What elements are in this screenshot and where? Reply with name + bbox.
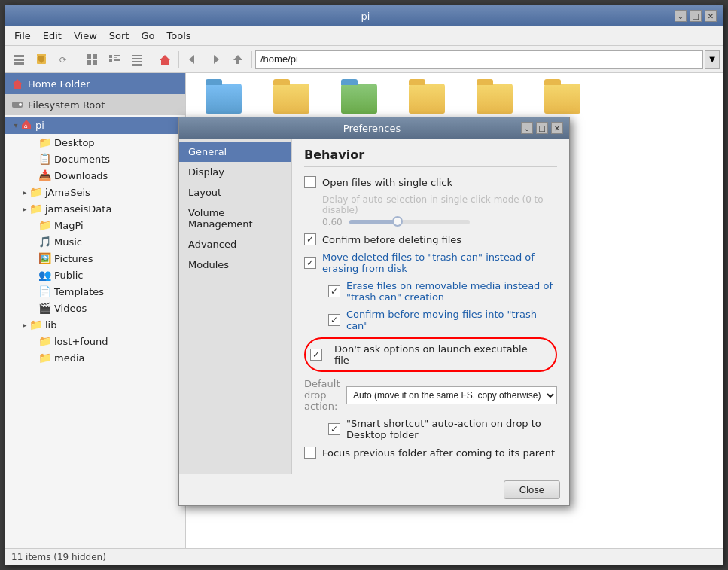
close-button[interactable]: ✕ (705, 10, 717, 22)
toolbar-up-btn[interactable] (227, 49, 248, 70)
tree-item-pi[interactable]: ▾ ⌂ pi (5, 117, 185, 134)
tree-item-jamaseisdata[interactable]: ▸ 📁 jamaseisData (5, 200, 185, 217)
tree-item-videos[interactable]: 🎬 Videos (5, 300, 185, 316)
toolbar-details-view-btn[interactable] (126, 49, 148, 70)
tree-item-documents[interactable]: 📋 Documents (5, 151, 185, 167)
title-bar: pi ⌄ □ ✕ (5, 5, 723, 26)
slider-value: 0.60 (322, 217, 345, 227)
tree-label-media: media (54, 352, 85, 364)
dialog-nav-advanced[interactable]: Advanced (179, 234, 291, 255)
dialog-nav-modules[interactable]: Modules (179, 255, 291, 275)
toolbar-back-btn[interactable] (182, 49, 203, 70)
toolbar-forward-btn[interactable] (205, 49, 226, 70)
checkbox-confirm-delete[interactable] (304, 233, 316, 245)
tree-item-pictures[interactable]: 🖼️ Pictures (5, 250, 185, 267)
dialog-close-button[interactable]: Close (504, 480, 560, 499)
folder-icon-jamaseis: 📁 (29, 186, 42, 198)
sidebar-filesystem-root[interactable]: Filesystem Root (5, 94, 185, 115)
menu-view[interactable]: View (68, 29, 103, 43)
toolbar-compact-view-btn[interactable] (104, 49, 125, 70)
checkbox-dont-ask[interactable] (310, 349, 322, 361)
dialog-close-btn[interactable]: ✕ (551, 122, 563, 134)
checkbox-move-trash[interactable] (304, 257, 316, 269)
dialog-nav-display[interactable]: Display (179, 162, 291, 182)
svg-marker-26 (12, 79, 23, 89)
file-item-2[interactable] (261, 81, 321, 120)
minimise-button[interactable]: ⌄ (675, 10, 687, 22)
menu-sort[interactable]: Sort (103, 29, 136, 43)
label-smart-shortcut: "Smart shortcut" auto-action on drop to … (346, 418, 557, 440)
toolbar-view-btn[interactable] (8, 49, 29, 70)
dialog-nav-volume[interactable]: Volume Management (179, 203, 291, 234)
pref-row-dont-ask: Don't ask options on launch executable f… (304, 337, 557, 372)
menu-edit[interactable]: Edit (37, 29, 68, 43)
checkbox-confirm-trash[interactable] (328, 314, 340, 326)
svg-rect-16 (114, 62, 117, 62)
dialog-nav-layout[interactable]: Layout (179, 182, 291, 203)
dialog-maximise-btn[interactable]: □ (536, 122, 548, 134)
pref-row-smart-shortcut: "Smart shortcut" auto-action on drop to … (328, 418, 557, 440)
file-item-4[interactable] (397, 81, 457, 120)
folder-icon-magpi: 📁 (38, 219, 51, 231)
svg-marker-23 (214, 55, 219, 64)
dialog-content: Behavior Open files with single click De… (292, 139, 569, 474)
dialog-minimise-btn[interactable]: ⌄ (521, 122, 533, 134)
menu-file[interactable]: File (8, 29, 37, 43)
file-item-3[interactable] (329, 81, 389, 120)
checkbox-smart-shortcut[interactable] (328, 423, 340, 435)
toolbar-sep-1 (78, 51, 78, 68)
file-item-6[interactable] (532, 81, 592, 120)
tree-item-lib[interactable]: ▸ 📁 lib (5, 316, 185, 333)
slider-track[interactable] (349, 220, 470, 224)
address-dropdown[interactable]: ▼ (705, 50, 720, 69)
tree-label-public: Public (54, 270, 83, 281)
folder-big-4 (409, 84, 445, 114)
tree-item-music[interactable]: 🎵 Music (5, 233, 185, 250)
sidebar: Home Folder Filesystem Root ▾ ⌂ pi (5, 73, 186, 548)
checkbox-focus-previous[interactable] (304, 447, 316, 459)
tree-item-desktop[interactable]: 📁 Desktop (5, 134, 185, 151)
menu-tools[interactable]: Tools (161, 29, 197, 43)
drop-action-select[interactable]: Auto (move if on the same FS, copy other… (346, 386, 557, 404)
maximise-button[interactable]: □ (690, 10, 702, 22)
svg-rect-0 (14, 55, 24, 57)
pref-row-confirm-delete: Confirm before deleting files (304, 233, 557, 245)
label-confirm-delete: Confirm before deleting files (322, 234, 461, 245)
window-title: pi (56, 11, 675, 22)
tree-item-downloads[interactable]: 📥 Downloads (5, 167, 185, 184)
toolbar-icon-view-btn[interactable] (81, 49, 102, 70)
file-item-5[interactable] (465, 81, 525, 120)
dialog-title: Preferences (223, 123, 521, 134)
address-bar[interactable] (255, 50, 703, 69)
tree-item-public[interactable]: 👥 Public (5, 267, 185, 283)
tree-item-lostfound[interactable]: 📁 lost+found (5, 333, 185, 349)
checkbox-single-click[interactable] (304, 176, 316, 188)
tree-item-templates[interactable]: 📄 Templates (5, 283, 185, 300)
folder-icon-public: 👥 (38, 269, 51, 281)
tree-label-documents: Documents (54, 154, 110, 165)
checkbox-erase-removable[interactable] (328, 285, 340, 297)
tree-label-templates: Templates (54, 286, 104, 297)
tree-arrow-jamaseisdata: ▸ (20, 205, 29, 213)
slider-container: 0.60 (322, 217, 557, 227)
toolbar-home-btn[interactable] (154, 49, 175, 70)
tree-label-magpi: MagPi (54, 220, 84, 231)
tree-label-downloads: Downloads (54, 170, 108, 181)
tree-item-media[interactable]: 📁 media (5, 349, 185, 366)
file-item-1[interactable] (193, 81, 254, 120)
tree-item-magpi[interactable]: 📁 MagPi (5, 217, 185, 233)
folder-icon-documents: 📋 (38, 153, 51, 165)
tree-label-jamaseis: jAmaSeis (45, 187, 90, 198)
toolbar-bookmark-btn[interactable] (31, 49, 52, 70)
slider-fill (349, 220, 398, 224)
tree-item-jamaseis[interactable]: ▸ 📁 jAmaSeis (5, 184, 185, 200)
toolbar-sep-3 (178, 51, 179, 68)
svg-rect-12 (109, 59, 112, 62)
slider-thumb[interactable] (392, 216, 403, 227)
tree-label-videos: Videos (54, 303, 87, 314)
toolbar-refresh-btn[interactable]: ⟳ (53, 49, 75, 70)
pref-row-move-trash: Move deleted files to "trash can" instea… (304, 251, 557, 274)
dialog-nav-general[interactable]: General (179, 142, 291, 162)
menu-go[interactable]: Go (135, 29, 160, 43)
sidebar-home-folder[interactable]: Home Folder (5, 73, 185, 94)
